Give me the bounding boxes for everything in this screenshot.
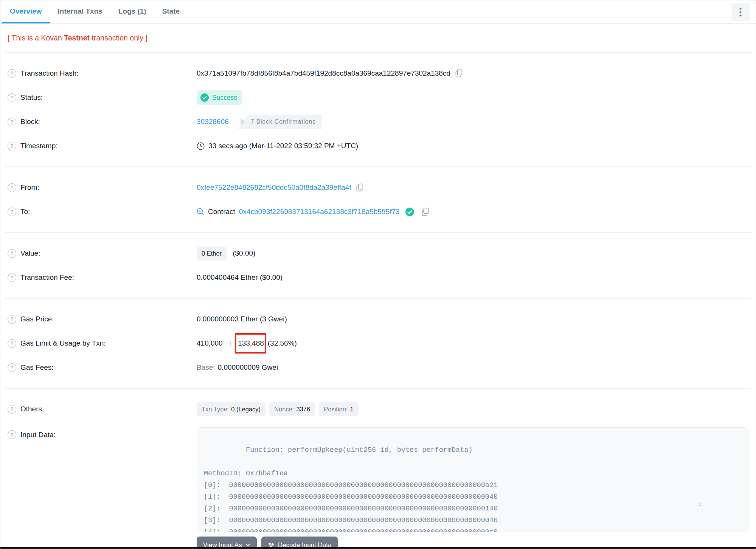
section-summary: ? Transaction Hash: 0x371a51097fb78df856…: [0, 60, 756, 160]
check-circle-icon: [200, 93, 209, 102]
position-badge: Position: 1: [319, 402, 358, 416]
row-value: ? Value: 0 Ether ($0.00): [0, 241, 756, 265]
from-address-link[interactable]: 0xfee7522e8482682cf50ddc50a0f8da2a39effa…: [197, 183, 351, 192]
base-fee-value: 0.000000009 Gwei: [218, 363, 278, 372]
warning-bold-text: Testnet: [64, 34, 90, 42]
tab-bar: Overview Internal Txns Logs (1) State: [0, 0, 756, 24]
badge-key: Position:: [324, 406, 348, 413]
badge-value: 1: [350, 406, 353, 413]
tab-state[interactable]: State: [154, 0, 188, 23]
row-label-text: Gas Limit & Usage by Txn:: [20, 339, 106, 347]
row-input-data: ? Input Data: Function: performUpkeep(ui…: [0, 421, 756, 549]
kebab-icon: [739, 7, 742, 17]
row-label-text: Transaction Fee:: [20, 273, 74, 282]
help-icon[interactable]: ?: [8, 339, 16, 348]
badge-key: Nonce:: [274, 406, 294, 413]
warning-text: transaction only ]: [90, 34, 147, 42]
row-transaction-hash: ? Transaction Hash: 0x371a51097fb78df856…: [0, 61, 756, 85]
help-icon[interactable]: ?: [8, 315, 16, 324]
row-label-text: Gas Fees:: [20, 363, 54, 372]
transaction-hash-value: 0x371a51097fb78df856f8b4a7bd459f192d8cc8…: [197, 69, 450, 78]
help-icon[interactable]: ?: [8, 93, 16, 102]
tab-overview[interactable]: Overview: [2, 0, 50, 23]
help-icon[interactable]: ?: [8, 363, 16, 372]
gas-used-value: 133,488: [238, 339, 264, 347]
section-gas: ? Gas Price: 0.000000003 Ether (3 Gwei) …: [0, 306, 756, 381]
badge-value: 0 (Legacy): [231, 406, 261, 413]
row-others: ? Others: Txn Type: 0 (Legacy) Nonce: 33…: [0, 397, 756, 421]
copy-icon[interactable]: [454, 69, 464, 78]
resize-handle[interactable]: [696, 478, 747, 530]
zoom-in-icon[interactable]: [197, 208, 204, 216]
to-address-link[interactable]: 0x4cb093f226983713164a62138c3f718a5b595f…: [239, 208, 400, 216]
help-icon[interactable]: ?: [8, 405, 16, 414]
row-label-text: From:: [20, 183, 39, 192]
section-value: ? Value: 0 Ether ($0.00) ? Transaction F…: [0, 240, 756, 291]
badge-value: 3376: [296, 406, 310, 413]
status-badge: Success: [197, 90, 242, 105]
section-divider: [5, 232, 751, 233]
row-label-text: Others:: [20, 405, 44, 413]
copy-icon[interactable]: [421, 208, 430, 216]
row-from: ? From: 0xfee7522e8482682cf50ddc50a0f8da…: [0, 175, 756, 200]
row-gas-limit-usage: ? Gas Limit & Usage by Txn: 410,000 | 13…: [0, 331, 756, 355]
input-data-content: Function: performUpkeep(uint256 id, byte…: [204, 446, 498, 532]
block-number-link[interactable]: 30328606: [197, 118, 229, 126]
arrow-right-icon: [241, 118, 245, 126]
row-status: ? Status: Success: [0, 85, 756, 110]
row-label-text: Timestamp:: [20, 142, 58, 150]
block-confirmations-badge: 7 Block Confirmations: [238, 115, 322, 129]
help-icon[interactable]: ?: [8, 69, 16, 78]
gas-used-value-wrap: 133,488: [238, 339, 264, 347]
to-contract-prefix: Contract: [208, 208, 235, 216]
badge-key: Txn Type:: [202, 406, 229, 413]
row-block: ? Block: 30328606 7 Block Confirmations: [0, 110, 756, 134]
help-icon[interactable]: ?: [8, 249, 16, 258]
section-parties: ? From: 0xfee7522e8482682cf50ddc50a0f8da…: [0, 174, 756, 225]
clock-icon: [197, 142, 205, 150]
row-gas-price: ? Gas Price: 0.000000003 Ether (3 Gwei): [0, 307, 756, 331]
row-timestamp: ? Timestamp: 33 secs ago (Mar-11-2022 03…: [0, 134, 756, 158]
help-icon[interactable]: ?: [8, 142, 16, 150]
gas-price-value: 0.000000003 Ether (3 Gwei): [197, 315, 287, 323]
row-label-text: Input Data:: [20, 431, 56, 439]
base-fee-label: Base:: [197, 363, 215, 372]
warning-text: [ This is a Kovan: [8, 34, 64, 42]
gas-used-percent: (32.56%): [268, 339, 297, 347]
testnet-warning: [ This is a Kovan Testnet transaction on…: [0, 24, 756, 45]
help-icon[interactable]: ?: [8, 273, 16, 282]
tab-logs[interactable]: Logs (1): [110, 0, 154, 23]
copy-icon[interactable]: [355, 183, 365, 192]
help-icon[interactable]: ?: [8, 118, 16, 126]
nonce-badge: Nonce: 3376: [269, 402, 315, 416]
help-icon[interactable]: ?: [8, 430, 16, 439]
row-label-text: Value:: [20, 249, 40, 257]
input-data-textarea[interactable]: Function: performUpkeep(uint256 id, byte…: [197, 427, 748, 532]
section-divider: [5, 388, 751, 389]
help-icon[interactable]: ?: [8, 208, 16, 216]
usd-value: ($0.00): [233, 249, 255, 257]
row-to: ? To: Contract 0x4cb093f226983713164a621…: [0, 200, 756, 224]
more-options-button[interactable]: [731, 3, 750, 21]
tab-internal-txns[interactable]: Internal Txns: [50, 0, 110, 23]
section-others-input: ? Others: Txn Type: 0 (Legacy) Nonce: 33…: [0, 395, 756, 549]
gas-limit-value: 410,000: [197, 339, 223, 347]
chevron-down-icon: [245, 543, 250, 547]
section-divider: [5, 52, 751, 53]
transaction-fee-value: 0.000400464 Ether ($0.00): [197, 273, 283, 282]
row-transaction-fee: ? Transaction Fee: 0.000400464 Ether ($0…: [0, 265, 756, 290]
row-label-text: Block:: [20, 118, 40, 126]
row-label-text: Status:: [20, 93, 43, 102]
section-divider: [5, 166, 751, 167]
row-gas-fees: ? Gas Fees: Base: 0.000000009 Gwei: [0, 355, 756, 380]
row-label-text: To:: [20, 208, 30, 216]
status-text: Success: [212, 94, 237, 102]
txn-type-badge: Txn Type: 0 (Legacy): [197, 402, 265, 416]
row-label-text: Transaction Hash:: [20, 69, 78, 78]
ether-value-badge: 0 Ether: [197, 247, 227, 261]
block-confirmations-text: 7 Block Confirmations: [238, 115, 322, 129]
help-icon[interactable]: ?: [8, 183, 16, 192]
verified-check-icon: [405, 207, 414, 217]
window-bottom-edge: [0, 547, 756, 549]
section-divider: [5, 298, 751, 299]
